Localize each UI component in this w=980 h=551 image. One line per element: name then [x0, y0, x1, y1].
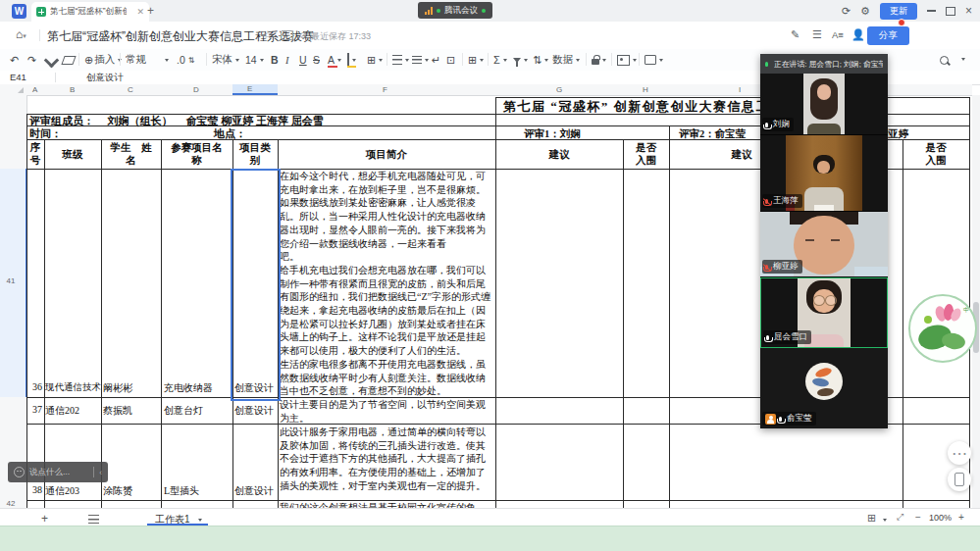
cell-no[interactable]: 37: [26, 404, 42, 415]
cell-desc[interactable]: 此设计服务于家用电器，通过简单的横向转弯以及胶体加固，将传统的三孔插头进行改造。…: [280, 426, 494, 493]
zoom-level[interactable]: 100%: [929, 513, 952, 523]
eraser-icon[interactable]: [63, 52, 75, 68]
close-button[interactable]: ×: [965, 4, 972, 18]
update-button[interactable]: 更新: [880, 3, 917, 20]
table-style-button[interactable]: ⊞: [468, 52, 484, 68]
cell-project[interactable]: 充电收纳器: [164, 381, 213, 395]
col-header-f[interactable]: F: [383, 85, 387, 94]
text-tool-icon[interactable]: A≡: [832, 29, 844, 40]
tab-close-icon[interactable]: ✕: [136, 7, 144, 17]
redo-icon[interactable]: ↷: [27, 52, 36, 68]
settings-gear-icon[interactable]: ⚙: [860, 5, 870, 18]
meeting-status-pill[interactable]: 腾讯会议: [418, 2, 492, 19]
undo-icon[interactable]: ↶: [10, 52, 19, 68]
more-options-fab[interactable]: ⋯: [948, 441, 971, 465]
video-tile-yubaoying[interactable]: 俞宝莹: [760, 348, 888, 428]
col-header-h[interactable]: H: [643, 85, 648, 94]
cell-student[interactable]: 涂陈赟: [103, 484, 132, 498]
edit-export-icon[interactable]: ✎: [791, 28, 799, 41]
minimize-button[interactable]: [927, 10, 936, 12]
cell-category[interactable]: 创意设计: [234, 484, 274, 498]
cell-no[interactable]: 36: [26, 381, 42, 392]
document-tab[interactable]: 第七届“冠盛杯”创新创... ✕: [31, 2, 149, 22]
col-header-g[interactable]: G: [556, 85, 562, 94]
tencent-meeting-panel[interactable]: 正在讲话: 屈会雪口; 刘娴; 俞宝莹 刘娴: [760, 54, 888, 428]
col-header-d[interactable]: D: [193, 85, 199, 94]
data-menu-button[interactable]: 数据: [552, 52, 580, 68]
fullscreen-icon[interactable]: ⤢: [897, 512, 903, 523]
autosum-button[interactable]: Σ: [493, 52, 507, 68]
search-icon[interactable]: [940, 52, 949, 68]
col-header-a[interactable]: A: [32, 85, 37, 94]
row-header-41[interactable]: 41: [0, 276, 22, 285]
video-tile-wanghaiping[interactable]: 王海萍: [760, 135, 888, 212]
col-header-c[interactable]: C: [128, 85, 133, 94]
wrap-text-icon[interactable]: ↵: [432, 52, 440, 68]
sync-icon[interactable]: ⟳: [842, 5, 851, 18]
cell-class[interactable]: 通信203: [45, 484, 79, 498]
row-header-42[interactable]: 42: [0, 499, 22, 508]
select-all-corner[interactable]: [18, 87, 24, 93]
wps-logo-icon[interactable]: W: [12, 4, 26, 19]
cell-project[interactable]: 创意台灯: [164, 404, 203, 418]
collapse-chevron-icon[interactable]: ‹: [99, 468, 102, 477]
merge-cells-icon[interactable]: ⊡: [446, 52, 455, 68]
col-header-i[interactable]: I: [739, 85, 741, 94]
vertical-align-button[interactable]: [412, 52, 429, 68]
formula-input[interactable]: 创意设计: [86, 72, 124, 84]
video-tile-quhuixue-speaking[interactable]: 屈会雪口: [760, 277, 888, 348]
video-tile-liuyating[interactable]: 柳亚婷: [760, 212, 888, 277]
view-mode-icon[interactable]: ⊞: [867, 512, 876, 525]
zoom-out-button[interactable]: −: [915, 512, 921, 523]
invite-collaborator-icon[interactable]: 👤: [851, 28, 865, 41]
cell-no[interactable]: 38: [26, 484, 42, 495]
font-color-button[interactable]: A: [328, 52, 341, 68]
home-icon[interactable]: ⌂▾: [16, 27, 26, 41]
sheet-list-icon[interactable]: [88, 515, 99, 524]
font-name-select[interactable]: 宋体: [212, 52, 239, 68]
sort-button[interactable]: ⇅: [533, 52, 548, 68]
cell-project[interactable]: L型插头: [164, 484, 199, 498]
cell-reference[interactable]: E41: [10, 72, 26, 82]
cloud-sync-icon[interactable]: [281, 30, 293, 40]
insert-shape-icon[interactable]: [645, 52, 663, 68]
add-sheet-button[interactable]: +: [41, 512, 48, 526]
font-size-select[interactable]: 14: [245, 52, 264, 68]
protect-lock-icon[interactable]: [592, 52, 606, 68]
cell-desc[interactable]: 设计主要目的是为了节省空间，以节约空间美观为主。: [280, 398, 494, 425]
bold-button[interactable]: B: [271, 52, 279, 68]
italic-button[interactable]: I: [285, 52, 289, 68]
highlight-color-button[interactable]: [347, 52, 356, 68]
cell-student[interactable]: 阚彬彬: [103, 381, 132, 395]
active-cell-selection[interactable]: [231, 169, 281, 401]
cell-desc[interactable]: 在如今这个时代，想必手机充电器随处可见，可充电时拿出来，在放到柜子里，岂不是很麻…: [280, 170, 494, 398]
insert-button[interactable]: ⊕插入: [84, 52, 122, 68]
borders-button[interactable]: ⊞: [367, 52, 383, 68]
chat-input-placeholder[interactable]: 说点什么...: [29, 467, 70, 478]
video-tile-liuxian[interactable]: 刘娴: [760, 74, 888, 135]
cell-student[interactable]: 蔡振凯: [103, 404, 132, 418]
zoom-in-button[interactable]: +: [958, 512, 964, 523]
cell-category[interactable]: 创意设计: [234, 404, 274, 418]
view-mode-caret[interactable]: [883, 519, 887, 524]
strikethrough-button[interactable]: S: [313, 52, 320, 68]
collapse-ribbon-icon[interactable]: [959, 52, 965, 68]
col-header-e-selected[interactable]: E: [232, 84, 278, 95]
phone-link-fab[interactable]: [948, 468, 971, 491]
share-button[interactable]: 分享: [867, 26, 909, 45]
cell-desc-partial[interactable]: 我们的这个创意想法是基于校园文化宣传的角度，: [280, 501, 494, 508]
menu-icon[interactable]: ☰: [812, 28, 822, 41]
underline-button[interactable]: U: [299, 52, 307, 68]
star-favorite-icon[interactable]: ☆: [263, 28, 273, 41]
row-header-41-selected[interactable]: 41: [0, 169, 27, 397]
cell-class[interactable]: 通信202: [45, 404, 79, 418]
maximize-button[interactable]: [946, 7, 955, 16]
danmaku-chat-bar[interactable]: 说点什么... ‹: [8, 462, 108, 482]
format-painter-icon[interactable]: [46, 52, 57, 68]
decimal-stepper[interactable]: .0⇅: [177, 52, 194, 68]
insert-image-icon[interactable]: [617, 52, 637, 68]
cell-class[interactable]: 现代通信技术: [45, 381, 101, 394]
new-tab-button[interactable]: +: [147, 4, 154, 18]
align-button[interactable]: [392, 52, 409, 68]
filter-button[interactable]: [513, 52, 528, 68]
